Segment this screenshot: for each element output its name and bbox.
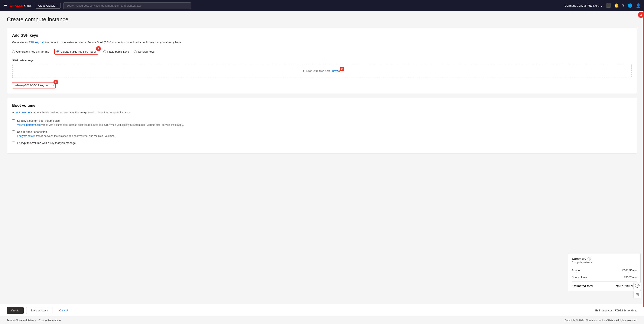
bottom-bar: Create Save as stack Cancel Estimated co… <box>0 304 644 316</box>
ssh-card-title: Add SSH keys <box>12 33 632 38</box>
transit-encryption-option: Use in-transit encryption Encrypts data … <box>12 130 632 138</box>
boot-card-title: Boot volume <box>12 104 632 108</box>
ssh-key-pair-link[interactable]: SSH key pair <box>28 41 44 44</box>
file-tag: ssh-key-2024-05-22.key.pub × <box>12 82 56 88</box>
radio-generate-label: Generate a key pair for me <box>16 50 49 53</box>
footer-copyright: Copyright © 2024, Oracle and/or its affi… <box>564 319 637 322</box>
transit-label-group: Use in-transit encryption Encrypts data … <box>17 130 115 138</box>
radio-upload-label: Upload public key files (.pub) <box>60 50 96 53</box>
estimated-cost-text: Estimated cost: ₹697.81/month <box>595 309 634 312</box>
help-icon[interactable]: ? <box>622 4 624 8</box>
custom-size-label[interactable]: Specify a custom boot volume size <box>17 119 60 122</box>
ssh-keys-card: Add SSH keys Generate an SSH key pair to… <box>7 28 637 94</box>
encrypt-option: Encrypt this volume with a key that you … <box>12 141 632 145</box>
file-tag-container: ssh-key-2024-05-22.key.pub × 3 <box>12 82 56 88</box>
total-label: Estimated total <box>572 284 593 288</box>
shape-value: ₹661.56/mo <box>622 269 637 272</box>
estimated-cost-arrow: ▲ <box>634 309 637 312</box>
logo: ORACLE Cloud <box>10 4 32 8</box>
encrypt-label[interactable]: Encrypt this volume with a key that you … <box>17 141 76 144</box>
main-layout: Create compute instance Add SSH keys Gen… <box>0 11 644 304</box>
encrypt-label-group: Encrypt this volume with a key that you … <box>17 141 76 145</box>
drop-zone-inner: ⬆ Drop .pub files here. Browse2 <box>18 69 626 72</box>
summary-info-icon[interactable]: i <box>588 257 591 260</box>
browse-link[interactable]: Browse2 <box>332 69 341 72</box>
custom-size-checkbox[interactable] <box>12 119 15 122</box>
nav-right: Germany Central (Frankfurt) ⌄ ⬛ 🔔 ? 🌐 👤 <box>565 3 640 8</box>
drop-text: Drop .pub files here. Browse2 <box>306 69 341 72</box>
radio-paste-input[interactable] <box>103 50 106 53</box>
shape-label: Shape <box>572 269 580 272</box>
custom-size-sub: Volume performance varies with volume si… <box>17 124 184 126</box>
ssh-card-description: Generate an SSH key pair to connect to t… <box>12 40 632 44</box>
cloud-classic-button[interactable]: Cloud Classic › <box>35 3 61 8</box>
transit-checkbox[interactable] <box>12 130 15 133</box>
content-area: Create compute instance Add SSH keys Gen… <box>0 11 644 304</box>
cancel-button[interactable]: Cancel <box>55 307 72 314</box>
summary-total-row: Estimated total ₹697.81/month <box>572 281 637 288</box>
file-tag-close[interactable]: × <box>52 84 54 87</box>
console-icon[interactable]: ⬛ <box>606 3 611 8</box>
boot-value: ₹36.25/mo <box>624 276 637 279</box>
badge-3: 3 <box>54 80 58 84</box>
page-title: Create compute instance <box>7 16 637 23</box>
bell-icon[interactable]: 🔔 <box>614 3 619 8</box>
save-as-stack-button[interactable]: Save as stack <box>26 307 52 314</box>
boot-label: Boot volume <box>572 276 587 279</box>
summary-title: Summary i <box>572 257 637 260</box>
summary-boot-row: Boot volume ₹36.25/mo <box>572 274 637 280</box>
logo-text: ORACLE Cloud <box>10 4 32 8</box>
radio-paste[interactable]: Paste public keys <box>103 50 129 53</box>
radio-upload[interactable]: Upload public key files (.pub) 1 <box>54 49 98 54</box>
boot-volume-link[interactable]: boot volume <box>15 111 30 114</box>
ssh-radio-group: Generate a key pair for me Upload public… <box>12 49 632 54</box>
summary-panel: Summary i Compute instance Shape ₹661.56… <box>568 253 640 292</box>
summary-shape-row: Shape ₹661.56/mo <box>572 267 637 274</box>
create-button[interactable]: Create <box>7 307 24 314</box>
badge-4: 4 <box>638 12 644 18</box>
search-input[interactable] <box>63 2 191 9</box>
ssh-field-label: SSH public keys <box>12 59 632 62</box>
user-icon[interactable]: 👤 <box>636 3 640 8</box>
transit-sub: Encrypts data in transit between the ins… <box>17 134 115 138</box>
radio-upload-input[interactable] <box>56 50 59 53</box>
file-tag-name: ssh-key-2024-05-22.key.pub <box>14 84 50 87</box>
drop-zone-wrapper: ⬆ Drop .pub files here. Browse2 <box>12 64 632 80</box>
summary-subtitle: Compute instance <box>572 261 637 264</box>
boot-volume-card: Boot volume A boot volume is a detachabl… <box>7 98 637 154</box>
radio-generate-input[interactable] <box>12 50 15 53</box>
radio-nossh-input[interactable] <box>134 50 137 53</box>
radio-nossh-label: No SSH keys <box>138 50 154 53</box>
drop-zone[interactable]: ⬆ Drop .pub files here. Browse2 <box>12 64 632 78</box>
volume-performance-link[interactable]: Volume performance <box>17 124 41 126</box>
custom-size-option: Specify a custom boot volume size Volume… <box>12 119 632 126</box>
badge-1: 1 <box>96 46 101 51</box>
encrypt-checkbox[interactable] <box>12 142 15 144</box>
badge-2: 2 <box>340 67 344 72</box>
globe-icon[interactable]: 🌐 <box>628 3 632 8</box>
custom-size-label-group: Specify a custom boot volume size Volume… <box>17 119 184 126</box>
cookie-link[interactable]: Cookie Preferences <box>39 319 61 322</box>
transit-label[interactable]: Use in-transit encryption <box>17 130 47 134</box>
region-selector[interactable]: Germany Central (Frankfurt) ⌄ <box>565 4 603 7</box>
scroll-indicator-bar <box>643 11 644 304</box>
radio-nossh[interactable]: No SSH keys <box>134 50 154 53</box>
terms-link[interactable]: Terms of Use and Privacy <box>7 319 36 322</box>
footer: Terms of Use and Privacy Cookie Preferen… <box>0 316 644 324</box>
footer-left: Terms of Use and Privacy Cookie Preferen… <box>7 319 61 322</box>
overlay-icons: 💬 ⊞ <box>633 282 641 298</box>
encrypts-data-link[interactable]: Encrypts data <box>17 134 32 138</box>
boot-card-description: A boot volume is a detachable device tha… <box>12 110 632 115</box>
hamburger-icon[interactable]: ☰ <box>4 3 7 8</box>
chat-icon[interactable]: 💬 <box>633 282 641 290</box>
radio-generate[interactable]: Generate a key pair for me <box>12 50 49 53</box>
estimated-cost[interactable]: Estimated cost: ₹697.81/month ▲ <box>595 309 637 312</box>
grid-icon[interactable]: ⊞ <box>633 291 641 298</box>
top-nav: ☰ ORACLE Cloud Cloud Classic › Germany C… <box>0 0 644 11</box>
radio-paste-label: Paste public keys <box>108 50 129 53</box>
upload-icon: ⬆ <box>302 69 305 72</box>
